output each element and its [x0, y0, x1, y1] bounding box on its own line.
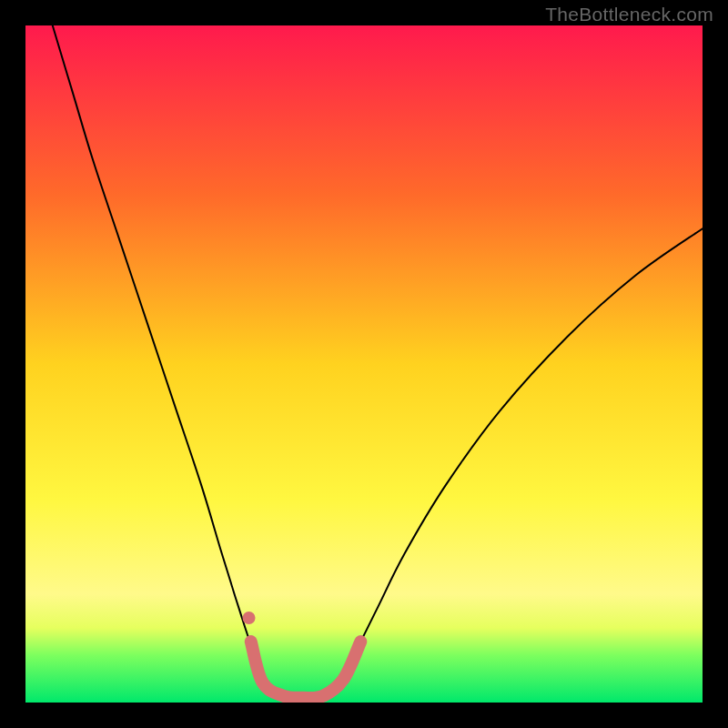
chart-canvas: [25, 25, 703, 703]
highlight-dot: [243, 612, 256, 624]
markers-layer: [243, 612, 256, 624]
watermark-text: TheBottleneck.com: [545, 4, 713, 25]
chart-frame: TheBottleneck.com: [0, 0, 728, 728]
chart-background: [25, 25, 703, 703]
plot-area: [25, 25, 703, 703]
